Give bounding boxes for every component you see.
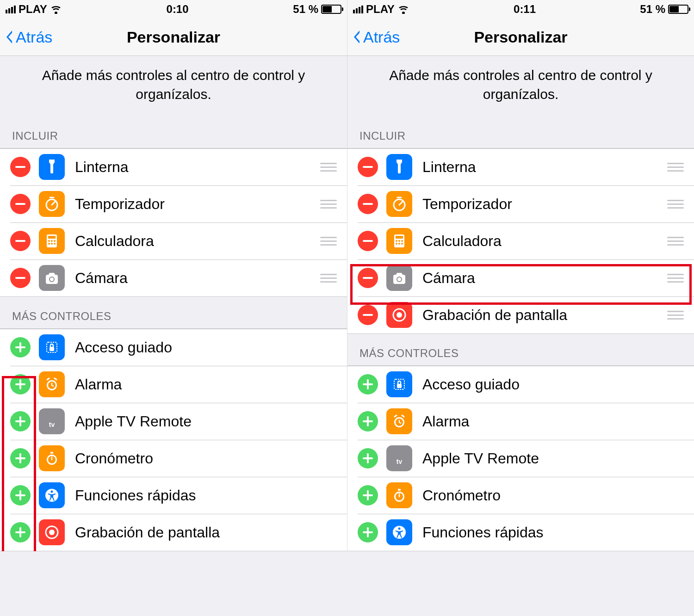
battery-icon	[321, 5, 341, 14]
drag-handle[interactable]	[319, 163, 338, 172]
add-button[interactable]	[10, 337, 31, 357]
alarm-icon	[386, 408, 412, 434]
drag-handle[interactable]	[666, 311, 685, 320]
control-row: Temporizador	[0, 185, 347, 222]
plus-icon	[15, 527, 25, 537]
drag-handle[interactable]	[666, 274, 685, 283]
remove-button[interactable]	[358, 231, 378, 251]
accessibility-icon	[386, 519, 412, 545]
plus-icon	[15, 490, 25, 500]
camera-icon	[386, 265, 412, 291]
add-button[interactable]	[10, 448, 31, 468]
wifi-icon	[397, 5, 409, 14]
record-icon	[386, 302, 412, 328]
plus-icon	[363, 416, 373, 426]
add-button[interactable]	[358, 448, 378, 468]
minus-icon	[363, 203, 373, 205]
stopwatch-icon	[386, 482, 412, 508]
remove-button[interactable]	[10, 268, 31, 288]
plus-icon	[15, 416, 25, 426]
drag-handle[interactable]	[666, 163, 685, 172]
add-button[interactable]	[358, 485, 378, 505]
back-button[interactable]: Atrás	[0, 28, 52, 46]
control-label: Acceso guiado	[75, 339, 347, 356]
control-label: Funciones rápidas	[422, 524, 694, 541]
control-label: Temporizador	[422, 196, 666, 213]
add-button[interactable]	[358, 374, 378, 394]
carrier-label: PLAY	[19, 3, 47, 16]
control-row: Linterna	[347, 148, 694, 185]
remove-button[interactable]	[10, 157, 31, 177]
add-button[interactable]	[358, 411, 378, 431]
control-label: Calculadora	[422, 233, 666, 250]
control-label: Calculadora	[75, 233, 319, 250]
add-button[interactable]	[10, 411, 31, 431]
control-row: Acceso guiado	[347, 366, 694, 403]
control-label: Cámara	[422, 270, 666, 287]
minus-icon	[15, 240, 25, 242]
include-list: LinternaTemporizadorCalculadoraCámara	[0, 148, 347, 297]
add-button[interactable]	[358, 522, 378, 542]
battery-icon	[668, 5, 688, 14]
remove-button[interactable]	[358, 305, 378, 325]
control-label: Temporizador	[75, 196, 319, 213]
remove-button[interactable]	[10, 231, 31, 251]
control-row: Alarma	[0, 366, 347, 403]
control-label: Cronómetro	[422, 487, 694, 504]
status-time: 0:10	[167, 3, 189, 16]
drag-handle[interactable]	[319, 274, 338, 283]
plus-icon	[363, 379, 373, 389]
plus-icon	[15, 342, 25, 352]
back-button[interactable]: Atrás	[347, 28, 400, 46]
remove-button[interactable]	[358, 268, 378, 288]
record-icon	[39, 519, 65, 545]
page-description: Añade más controles al centro de control…	[347, 56, 694, 117]
drag-handle[interactable]	[319, 237, 338, 246]
back-label: Atrás	[16, 28, 52, 46]
minus-icon	[363, 314, 373, 316]
more-list: Acceso guiadoAlarmaApple TV RemoteCronóm…	[347, 365, 694, 551]
control-label: Acceso guiado	[422, 376, 694, 393]
signal-icon	[6, 6, 16, 13]
remove-button[interactable]	[10, 194, 31, 214]
phone-right: PLAY 0:11 51 % Atrás Personalizar Añade …	[347, 0, 694, 551]
control-row: Temporizador	[347, 185, 694, 222]
plus-icon	[363, 453, 373, 463]
control-label: Linterna	[75, 159, 319, 176]
nav-bar: Atrás Personalizar	[347, 18, 694, 56]
include-list: LinternaTemporizadorCalculadoraCámaraGra…	[347, 148, 694, 334]
control-row: Cronómetro	[347, 477, 694, 514]
plus-icon	[15, 453, 25, 463]
remove-button[interactable]	[358, 194, 378, 214]
control-label: Apple TV Remote	[422, 450, 694, 467]
control-label: Apple TV Remote	[75, 413, 347, 430]
plus-icon	[15, 379, 25, 389]
control-row: Calculadora	[0, 222, 347, 259]
drag-handle[interactable]	[666, 237, 685, 246]
control-row: Cámara	[347, 259, 694, 296]
control-label: Grabación de pantalla	[75, 524, 347, 541]
minus-icon	[15, 203, 25, 205]
calculator-icon	[386, 228, 412, 254]
nav-bar: Atrás Personalizar	[0, 18, 347, 56]
section-more-header: MÁS CONTROLES	[347, 334, 694, 365]
remove-button[interactable]	[358, 157, 378, 177]
lock-icon	[386, 371, 412, 397]
control-label: Alarma	[422, 413, 694, 430]
flashlight-icon	[39, 154, 65, 180]
battery-percent: 51 %	[640, 3, 665, 16]
add-button[interactable]	[10, 374, 31, 394]
control-label: Alarma	[75, 376, 347, 393]
section-include-header: INCLUIR	[347, 117, 694, 148]
add-button[interactable]	[10, 522, 31, 542]
drag-handle[interactable]	[666, 200, 685, 209]
flashlight-icon	[386, 154, 412, 180]
appletv-icon	[386, 445, 412, 471]
wifi-icon	[50, 5, 62, 14]
status-bar: PLAY 0:11 51 %	[347, 0, 694, 18]
add-button[interactable]	[10, 485, 31, 505]
drag-handle[interactable]	[319, 200, 338, 209]
control-label: Cronómetro	[75, 450, 347, 467]
battery-percent: 51 %	[293, 3, 318, 16]
control-row: Linterna	[0, 148, 347, 185]
